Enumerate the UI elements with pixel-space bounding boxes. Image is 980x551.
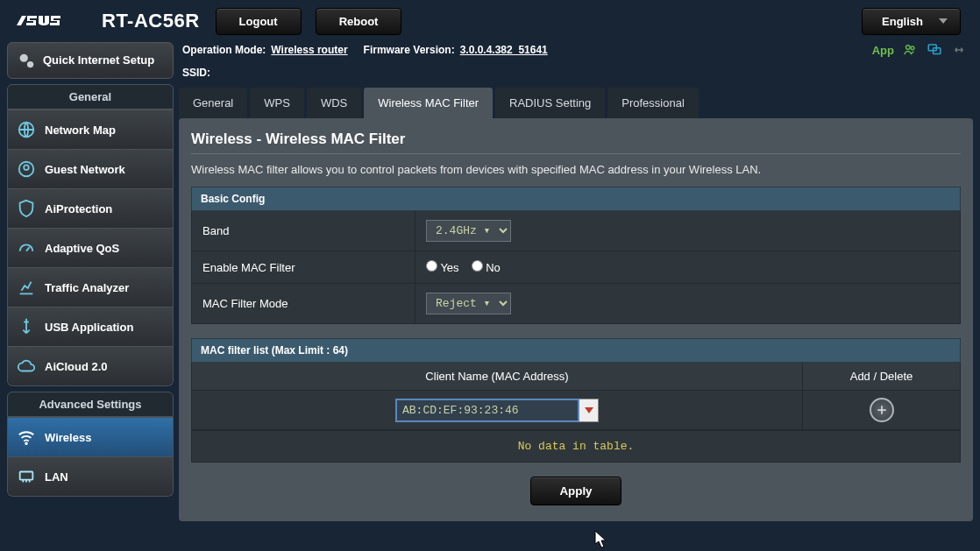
basic-config-header: Basic Config bbox=[192, 187, 961, 211]
sidebar-advanced-header: Advanced Settings bbox=[7, 392, 174, 417]
tab-wds[interactable]: WDS bbox=[307, 88, 361, 118]
screens-icon[interactable] bbox=[926, 42, 943, 58]
language-label: English bbox=[882, 15, 923, 28]
enable-no-option[interactable]: No bbox=[472, 260, 501, 274]
sidebar-item-label: Adaptive QoS bbox=[45, 242, 119, 255]
sidebar-item-usb-application[interactable]: USB Application bbox=[7, 307, 174, 347]
sidebar-advanced-group: Wireless LAN bbox=[7, 417, 174, 497]
ssid-label: SSID: bbox=[182, 67, 210, 79]
enable-yes-radio[interactable] bbox=[426, 260, 437, 272]
fw-link[interactable]: 3.0.0.4.382_51641 bbox=[460, 44, 548, 56]
sidebar-item-wireless[interactable]: Wireless bbox=[7, 417, 174, 457]
logout-button[interactable]: Logout bbox=[216, 8, 302, 35]
chevron-down-icon bbox=[585, 407, 593, 413]
sidebar-item-lan[interactable]: LAN bbox=[7, 457, 174, 497]
fw-label: Firmware Version: bbox=[364, 44, 455, 56]
op-mode-label: Operation Mode: bbox=[182, 44, 266, 56]
apply-button[interactable]: Apply bbox=[530, 477, 621, 505]
plus-icon bbox=[876, 404, 888, 416]
chevron-down-icon bbox=[939, 18, 948, 24]
col-client: Client Name (MAC Address) bbox=[192, 363, 803, 391]
tab-wps[interactable]: WPS bbox=[250, 88, 304, 118]
sidebar-item-label: AiProtection bbox=[45, 202, 112, 215]
main-panel: Operation Mode: Wireless router Firmware… bbox=[179, 42, 973, 521]
no-data-row: No data in table. bbox=[191, 430, 961, 463]
svg-rect-6 bbox=[20, 472, 33, 480]
mode-label: MAC Filter Mode bbox=[192, 284, 415, 324]
tab-radius[interactable]: RADIUS Setting bbox=[495, 88, 605, 118]
enable-no-radio[interactable] bbox=[472, 260, 483, 272]
sidebar-item-network-map[interactable]: Network Map bbox=[7, 109, 174, 150]
wifi-icon bbox=[17, 427, 36, 447]
svg-point-8 bbox=[911, 46, 914, 50]
sidebar-item-traffic-analyzer[interactable]: Traffic Analyzer bbox=[7, 268, 174, 307]
app-link[interactable]: App bbox=[872, 44, 894, 57]
sidebar-general-group: Network Map Guest Network AiProtection A… bbox=[7, 109, 174, 386]
svg-point-5 bbox=[25, 442, 27, 444]
content-panel: Wireless - Wireless MAC Filter Wireless … bbox=[179, 118, 973, 521]
tab-mac-filter[interactable]: Wireless MAC Filter bbox=[364, 88, 493, 118]
tab-professional[interactable]: Professional bbox=[607, 88, 699, 118]
basic-config-table: Basic Config Band 2.4GHz ▾ Enable MAC Fi… bbox=[191, 187, 961, 324]
shield-icon bbox=[17, 199, 36, 218]
globe-user-icon bbox=[17, 159, 36, 179]
gauge-icon bbox=[17, 238, 36, 258]
mac-filter-list: MAC filter list (Max Limit : 64) Client … bbox=[191, 338, 961, 430]
ethernet-icon bbox=[17, 467, 36, 486]
band-label: Band bbox=[192, 211, 415, 251]
top-bar: RT-AC56R Logout Reboot English bbox=[0, 0, 980, 42]
svg-point-1 bbox=[27, 61, 33, 67]
filter-list-header: MAC filter list (Max Limit : 64) bbox=[192, 339, 961, 363]
globe-icon bbox=[17, 120, 36, 139]
status-bar: Operation Mode: Wireless router Firmware… bbox=[179, 42, 973, 84]
svg-point-0 bbox=[20, 54, 28, 62]
sidebar-item-label: USB Application bbox=[45, 321, 133, 334]
usb-icon bbox=[17, 317, 36, 336]
divider bbox=[191, 153, 961, 154]
sidebar: Quick Internet Setup General Network Map… bbox=[7, 42, 174, 521]
mode-select[interactable]: Reject ▾ bbox=[426, 293, 511, 314]
tabs: General WPS WDS Wireless MAC Filter RADI… bbox=[179, 88, 973, 118]
op-mode-link[interactable]: Wireless router bbox=[271, 44, 347, 56]
sidebar-item-label: LAN bbox=[45, 470, 68, 484]
sidebar-item-label: Network Map bbox=[45, 124, 116, 137]
asus-logo-icon bbox=[16, 11, 77, 32]
mac-input[interactable] bbox=[395, 399, 579, 422]
mac-dropdown-button[interactable] bbox=[579, 399, 599, 422]
status-icons: App bbox=[872, 42, 968, 58]
page-title: Wireless - Wireless MAC Filter bbox=[191, 131, 961, 148]
sidebar-item-label: Wireless bbox=[45, 431, 91, 444]
sidebar-qis[interactable]: Quick Internet Setup bbox=[7, 42, 174, 79]
cursor-icon bbox=[594, 530, 608, 551]
col-action: Add / Delete bbox=[803, 363, 961, 391]
sidebar-general-header: General bbox=[7, 84, 174, 109]
sidebar-qis-label: Quick Internet Setup bbox=[43, 54, 154, 67]
model-name: RT-AC56R bbox=[102, 10, 200, 32]
svg-point-4 bbox=[24, 165, 29, 170]
sidebar-item-guest-network[interactable]: Guest Network bbox=[7, 150, 174, 189]
sidebar-item-adaptive-qos[interactable]: Adaptive QoS bbox=[7, 229, 174, 268]
sidebar-item-aiprotection[interactable]: AiProtection bbox=[7, 189, 174, 229]
clients-icon[interactable] bbox=[901, 42, 919, 58]
mac-combo bbox=[395, 399, 599, 422]
chart-icon bbox=[17, 278, 36, 297]
sidebar-item-label: Traffic Analyzer bbox=[45, 281, 129, 294]
reboot-button[interactable]: Reboot bbox=[316, 8, 402, 35]
language-select[interactable]: English bbox=[862, 8, 961, 35]
svg-point-7 bbox=[906, 46, 911, 50]
sidebar-item-label: Guest Network bbox=[45, 163, 125, 176]
tab-general[interactable]: General bbox=[179, 88, 247, 118]
enable-label: Enable MAC Filter bbox=[192, 251, 415, 284]
cloud-icon bbox=[17, 357, 36, 376]
band-select[interactable]: 2.4GHz ▾ bbox=[426, 220, 511, 242]
usb-status-icon[interactable] bbox=[950, 42, 968, 58]
sidebar-item-label: AiCloud 2.0 bbox=[45, 360, 108, 373]
gears-icon bbox=[17, 51, 36, 70]
add-button[interactable] bbox=[870, 398, 894, 422]
brand bbox=[16, 11, 77, 32]
sidebar-item-aicloud[interactable]: AiCloud 2.0 bbox=[7, 347, 174, 386]
app-wrap: Quick Internet Setup General Network Map… bbox=[0, 42, 980, 521]
page-desc: Wireless MAC filter allows you to contro… bbox=[191, 163, 961, 176]
enable-yes-option[interactable]: Yes bbox=[426, 260, 459, 274]
